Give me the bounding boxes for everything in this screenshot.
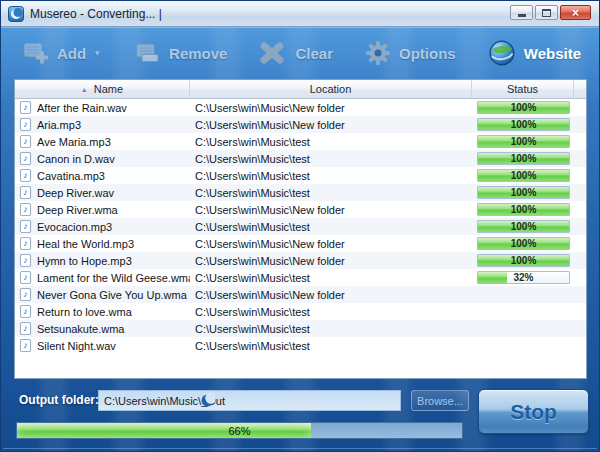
- file-location: C:\Users\win\Music\test: [190, 323, 472, 335]
- table-row[interactable]: ♪ Ave Maria.mp3 C:\Users\win\Music\test …: [15, 133, 586, 150]
- remove-label: Remove: [169, 45, 227, 62]
- file-location: C:\Users\win\Music\test: [190, 136, 472, 148]
- table-row[interactable]: ♪ Deep River.wma C:\Users\win\Music\New …: [15, 201, 586, 218]
- file-name: Cavatina.mp3: [37, 170, 105, 182]
- file-progress-label: 100%: [478, 153, 569, 165]
- crescent-icon[interactable]: [201, 392, 215, 408]
- file-name-cell: ♪ Silent Night.wav: [15, 339, 190, 352]
- table-row[interactable]: ♪ Return to love.wma C:\Users\win\Music\…: [15, 303, 586, 320]
- file-name: Silent Night.wav: [37, 340, 116, 352]
- file-location: C:\Users\win\Music\New folder: [190, 238, 472, 250]
- table-body: ♪ After the Rain.wav C:\Users\win\Music\…: [15, 99, 586, 354]
- file-name: Ave Maria.mp3: [37, 136, 111, 148]
- file-name-cell: ♪ Lament for the Wild Geese.wma: [15, 271, 190, 284]
- file-status-cell: 100%: [472, 169, 574, 182]
- table-row[interactable]: ♪ Never Gona Give You Up.wma C:\Users\wi…: [15, 286, 586, 303]
- minimize-button[interactable]: [510, 5, 533, 20]
- table-row[interactable]: ♪ Aria.mp3 C:\Users\win\Music\New folder…: [15, 116, 586, 133]
- file-status-cell: 100%: [472, 152, 574, 165]
- table-header: ▲ Name Location Status: [15, 80, 586, 99]
- column-header-name[interactable]: ▲ Name: [15, 80, 190, 98]
- file-name: After the Rain.wav: [37, 102, 127, 114]
- header-filler: [574, 80, 586, 98]
- output-folder-input[interactable]: C:\Users\win\Music\_Out: [98, 390, 401, 411]
- music-file-icon: ♪: [20, 339, 31, 352]
- music-file-icon: ♪: [20, 288, 31, 301]
- file-status-cell: 100%: [472, 237, 574, 250]
- file-status-cell: 100%: [472, 203, 574, 216]
- column-header-location[interactable]: Location: [190, 80, 472, 98]
- table-row[interactable]: ♪ After the Rain.wav C:\Users\win\Music\…: [15, 99, 586, 116]
- title-bar: Musereo - Converting... | ×: [1, 1, 599, 27]
- maximize-button[interactable]: [535, 5, 558, 20]
- music-file-icon: ♪: [20, 237, 31, 250]
- file-status-cell: 100%: [472, 135, 574, 148]
- table-row[interactable]: ♪ Deep River.wav C:\Users\win\Music\test…: [15, 184, 586, 201]
- file-progress-label: 100%: [478, 204, 569, 216]
- music-file-icon: ♪: [20, 271, 31, 284]
- output-folder-label: Output folder:: [19, 393, 99, 407]
- clear-button[interactable]: Clear: [257, 40, 333, 66]
- column-location-label: Location: [310, 83, 352, 95]
- file-name-cell: ♪ Evocacion.mp3: [15, 220, 190, 233]
- table-row[interactable]: ♪ Evocacion.mp3 C:\Users\win\Music\test …: [15, 218, 586, 235]
- options-button[interactable]: Options: [365, 40, 456, 66]
- file-progress-label: 100%: [478, 170, 569, 182]
- file-name: Canon in D.wav: [37, 153, 115, 165]
- file-name-cell: ♪ Deep River.wav: [15, 186, 190, 199]
- file-progress-bar: 100%: [477, 152, 570, 165]
- file-progress-bar: 100%: [477, 254, 570, 267]
- file-status-cell: 100%: [472, 186, 574, 199]
- close-button[interactable]: ×: [560, 5, 591, 20]
- website-button[interactable]: Website: [488, 39, 581, 67]
- file-status-cell: 100%: [472, 101, 574, 114]
- add-button[interactable]: Add ▼: [23, 41, 101, 65]
- file-location: C:\Users\win\Music\test: [190, 153, 472, 165]
- file-name: Setsunakute.wma: [37, 323, 124, 335]
- file-status-cell: 100%: [472, 254, 574, 267]
- file-location: C:\Users\win\Music\test: [190, 187, 472, 199]
- gear-icon: [365, 40, 391, 66]
- file-progress-label: 100%: [478, 136, 569, 148]
- music-file-icon: ♪: [20, 118, 31, 131]
- file-location: C:\Users\win\Music\New folder: [190, 204, 472, 216]
- file-progress-bar: 100%: [477, 186, 570, 199]
- chevron-down-icon: ▼: [93, 49, 101, 58]
- browse-button[interactable]: Browse...: [411, 390, 469, 411]
- file-name: Aria.mp3: [37, 119, 81, 131]
- file-name-cell: ♪ After the Rain.wav: [15, 101, 190, 114]
- toolbar: Add ▼ Remove Clear: [1, 29, 599, 77]
- table-row[interactable]: ♪ Setsunakute.wma C:\Users\win\Music\tes…: [15, 320, 586, 337]
- file-location: C:\Users\win\Music\New folder: [190, 102, 472, 114]
- table-row[interactable]: ♪ Cavatina.mp3 C:\Users\win\Music\test 1…: [15, 167, 586, 184]
- file-location: C:\Users\win\Music\New folder: [190, 289, 472, 301]
- file-table: ▲ Name Location Status ♪ After the Rain.…: [14, 79, 587, 379]
- add-list-icon: [23, 41, 49, 65]
- stop-button[interactable]: Stop: [478, 389, 589, 434]
- caption-buttons: ×: [508, 5, 591, 20]
- options-label: Options: [399, 45, 456, 62]
- music-file-icon: ♪: [20, 254, 31, 267]
- file-name-cell: ♪ Aria.mp3: [15, 118, 190, 131]
- file-status-cell: 100%: [472, 220, 574, 233]
- file-name: Never Gona Give You Up.wma: [37, 289, 187, 301]
- music-file-icon: ♪: [20, 305, 31, 318]
- file-name-cell: ♪ Heal the World.mp3: [15, 237, 190, 250]
- table-row[interactable]: ♪ Heal the World.mp3 C:\Users\win\Music\…: [15, 235, 586, 252]
- file-name-cell: ♪ Canon in D.wav: [15, 152, 190, 165]
- table-row[interactable]: ♪ Silent Night.wav C:\Users\win\Music\te…: [15, 337, 586, 354]
- file-location: C:\Users\win\Music\test: [190, 340, 472, 352]
- app-icon[interactable]: [8, 6, 24, 22]
- minimize-icon: [518, 14, 526, 17]
- remove-button[interactable]: Remove: [135, 42, 227, 64]
- file-name: Return to love.wma: [37, 306, 132, 318]
- music-file-icon: ♪: [20, 203, 31, 216]
- table-row[interactable]: ♪ Hymn to Hope.mp3 C:\Users\win\Music\Ne…: [15, 252, 586, 269]
- column-status-label: Status: [507, 83, 538, 95]
- column-header-status[interactable]: Status: [472, 80, 574, 98]
- file-location: C:\Users\win\Music\New folder: [190, 255, 472, 267]
- file-progress-bar: 100%: [477, 169, 570, 182]
- file-location: C:\Users\win\Music\test: [190, 221, 472, 233]
- table-row[interactable]: ♪ Canon in D.wav C:\Users\win\Music\test…: [15, 150, 586, 167]
- table-row[interactable]: ♪ Lament for the Wild Geese.wma C:\Users…: [15, 269, 586, 286]
